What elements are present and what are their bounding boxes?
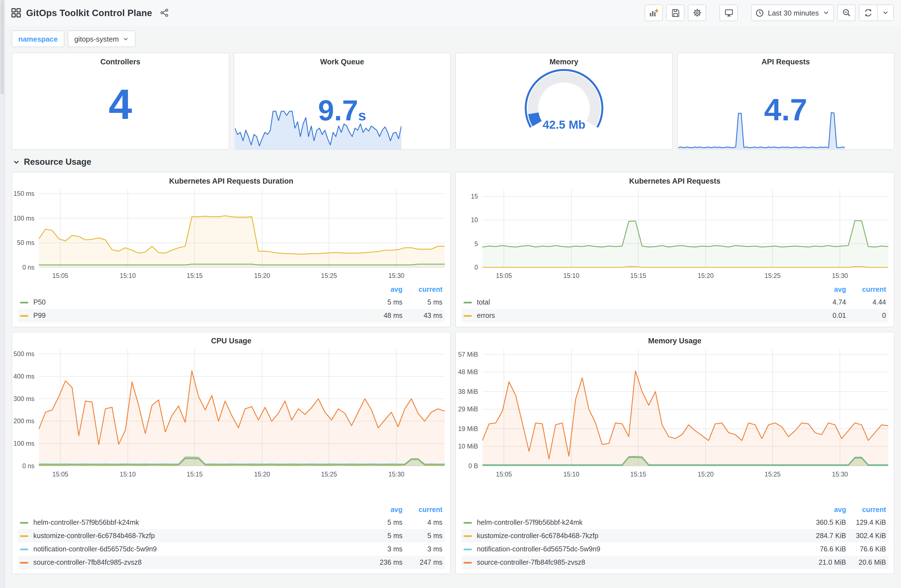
legend-row[interactable]: notification-controller-6d56575dc-5w9n97… xyxy=(461,543,888,556)
series-avg-value: 236 ms xyxy=(356,558,402,566)
svg-text:15:30: 15:30 xyxy=(832,471,848,478)
left-scrollbar[interactable] xyxy=(0,0,5,588)
zoom-out-button[interactable] xyxy=(837,5,856,21)
add-panel-icon xyxy=(649,8,658,17)
legend-col-avg[interactable]: avg xyxy=(356,286,402,294)
svg-text:15:30: 15:30 xyxy=(832,272,848,279)
work-queue-value: 9.7s xyxy=(234,93,450,127)
series-avg-value: 5 ms xyxy=(356,532,402,540)
series-color-dash xyxy=(20,315,28,316)
svg-text:15:20: 15:20 xyxy=(698,272,714,279)
panel-memory-usage: Memory Usage 15:0515:1015:1515:2015:2515… xyxy=(455,332,894,574)
series-avg-value: 48 ms xyxy=(356,312,402,319)
svg-text:29 MiB: 29 MiB xyxy=(458,406,478,413)
series-name: helm-controller-57f9b56bbf-k24mk xyxy=(477,519,583,526)
svg-text:15:10: 15:10 xyxy=(120,272,136,279)
legend-row[interactable]: P9948 ms43 ms xyxy=(18,309,445,322)
series-name: notification-controller-6d56575dc-5w9n9 xyxy=(477,545,600,553)
legend-col-current[interactable]: current xyxy=(402,286,443,294)
series-current-value: 4.44 xyxy=(846,299,886,306)
chart-legend: avgcurrenthelm-controller-57f9b56bbf-k24… xyxy=(18,504,445,569)
zoom-out-icon xyxy=(842,8,851,17)
chevron-down-icon xyxy=(13,159,20,166)
panel-title[interactable]: Memory xyxy=(456,53,672,66)
legend-col-current[interactable]: current xyxy=(402,506,443,514)
refresh-interval-dropdown[interactable] xyxy=(877,5,893,20)
svg-text:15:25: 15:25 xyxy=(765,272,781,279)
svg-text:100 ms: 100 ms xyxy=(14,440,34,447)
svg-text:15:20: 15:20 xyxy=(254,471,270,478)
cycle-view-mode-button[interactable] xyxy=(719,5,738,21)
share-alt-icon[interactable] xyxy=(160,8,169,17)
series-avg-value: 0.01 xyxy=(800,312,846,319)
svg-text:15:25: 15:25 xyxy=(321,471,337,478)
grafana-dashboard: GitOps Toolkit Control Plane xyxy=(0,0,901,588)
legend-row[interactable]: source-controller-7fb84fc985-zvsz8236 ms… xyxy=(18,556,445,569)
legend-row[interactable]: helm-controller-57f9b56bbf-k24mk360.5 Ki… xyxy=(461,516,888,529)
chart-canvas[interactable]: 15:0515:1015:1515:2015:2515:300 ns100 ms… xyxy=(12,345,450,481)
legend-row[interactable]: notification-controller-6d56575dc-5w9n93… xyxy=(18,543,445,556)
series-current-value: 247 ms xyxy=(402,558,443,566)
series-current-value: 0 xyxy=(846,312,886,319)
legend-col-avg[interactable]: avg xyxy=(800,286,846,294)
namespace-label: namespace xyxy=(12,31,64,47)
panel-title[interactable]: API Requests xyxy=(678,53,894,66)
series-color-dash xyxy=(20,302,28,303)
panel-title[interactable]: Work Queue xyxy=(234,53,450,66)
panel-title[interactable]: CPU Usage xyxy=(12,332,450,345)
svg-text:42.5 Mb: 42.5 Mb xyxy=(542,118,585,131)
save-icon xyxy=(671,8,680,17)
scrollbar-thumb[interactable] xyxy=(0,0,4,94)
panel-title[interactable]: Kubernetes API Requests xyxy=(456,173,894,185)
variable-filters: namespace gitops-system xyxy=(12,31,894,47)
series-avg-value: 4.74 xyxy=(800,299,846,306)
chart-canvas[interactable]: 15:0515:1015:1515:2015:2515:30051015 xyxy=(456,185,894,282)
chart-legend: avgcurrenthelm-controller-57f9b56bbf-k24… xyxy=(461,504,888,569)
series-name: helm-controller-57f9b56bbf-k24mk xyxy=(33,519,139,526)
time-range-picker[interactable]: Last 30 minutes xyxy=(751,5,834,21)
memory-gauge[interactable]: 42.5 Mb xyxy=(517,67,611,148)
series-name: source-controller-7fb84fc985-zvsz8 xyxy=(33,558,142,566)
series-avg-value: 5 ms xyxy=(356,299,402,306)
section-resource-usage[interactable]: Resource Usage xyxy=(13,157,894,167)
legend-row[interactable]: kustomize-controller-6c6784b468-7kzfp5 m… xyxy=(18,529,445,543)
svg-text:15:10: 15:10 xyxy=(563,471,579,478)
legend-header: avgcurrent xyxy=(461,283,888,296)
add-panel-button[interactable] xyxy=(645,5,663,21)
series-name: P50 xyxy=(33,299,46,306)
legend-row[interactable]: source-controller-7fb84fc985-zvsz821.0 M… xyxy=(461,556,888,569)
panel-title[interactable]: Memory Usage xyxy=(456,332,894,345)
legend-row[interactable]: total4.744.44 xyxy=(461,296,888,309)
svg-text:57 MiB: 57 MiB xyxy=(458,351,478,358)
chart-canvas[interactable]: 15:0515:1015:1515:2015:2515:300 B10 MiB1… xyxy=(456,345,894,481)
svg-text:15:15: 15:15 xyxy=(630,471,647,478)
legend-row[interactable]: errors0.010 xyxy=(461,309,888,322)
series-current-value: 5 ms xyxy=(402,532,443,540)
panel-title[interactable]: Controllers xyxy=(12,53,228,66)
legend-row[interactable]: helm-controller-57f9b56bbf-k24mk5 ms4 ms xyxy=(18,516,445,529)
legend-col-avg[interactable]: avg xyxy=(800,506,846,514)
series-color-dash xyxy=(463,535,472,537)
api-requests-value: 4.7 xyxy=(678,92,894,128)
dashboard-grid-icon[interactable] xyxy=(11,8,21,18)
legend-col-current[interactable]: current xyxy=(846,506,886,514)
panel-memory: Memory 42.5 Mb xyxy=(455,53,673,150)
dashboard-settings-button[interactable] xyxy=(688,5,706,21)
page-title[interactable]: GitOps Toolkit Control Plane xyxy=(26,8,152,18)
clock-icon xyxy=(756,9,764,17)
legend-col-avg[interactable]: avg xyxy=(356,506,402,514)
svg-text:0 ns: 0 ns xyxy=(22,264,34,271)
chart-canvas[interactable]: 15:0515:1015:1515:2015:2515:300 ns50 ms1… xyxy=(12,185,450,282)
legend-col-current[interactable]: current xyxy=(846,286,886,294)
legend-row[interactable]: kustomize-controller-6c6784b468-7kzfp284… xyxy=(461,529,888,543)
series-name: total xyxy=(477,299,490,306)
legend-row[interactable]: P505 ms5 ms xyxy=(18,296,445,309)
refresh-button-group xyxy=(859,5,894,21)
save-dashboard-button[interactable] xyxy=(666,5,684,21)
svg-text:15: 15 xyxy=(471,193,478,200)
refresh-icon[interactable] xyxy=(859,5,877,20)
panel-title[interactable]: Kubernetes API Requests Duration xyxy=(12,173,450,185)
tv-cycle-icon xyxy=(724,8,733,17)
series-color-dash xyxy=(463,522,472,523)
namespace-select[interactable]: gitops-system xyxy=(68,31,136,47)
